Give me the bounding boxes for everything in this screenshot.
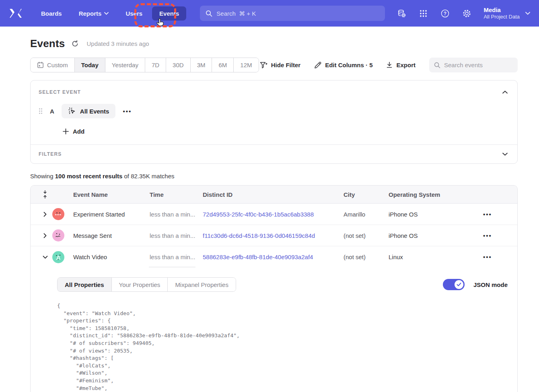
date-today-label: Today: [81, 62, 99, 68]
project-selector[interactable]: Media All Project Data: [483, 6, 530, 21]
row-more-button[interactable]: •••: [465, 254, 510, 260]
collapse-all-rows-icon[interactable]: [42, 190, 48, 199]
chevron-down-icon: [525, 12, 530, 15]
nav-item-boards[interactable]: Boards: [34, 6, 69, 21]
event-more-button[interactable]: •••: [123, 108, 132, 115]
event-avatar: [52, 208, 64, 220]
toggle-knob: [455, 280, 463, 289]
nav-users-label: Users: [125, 10, 142, 17]
title-row: Events Updated 3 minutes ago: [30, 37, 518, 50]
nav-right-controls: ? Media All Project Data: [397, 6, 530, 21]
event-name-cell[interactable]: Message Sent: [73, 232, 150, 239]
event-selector-chip[interactable]: All Events: [62, 104, 116, 118]
top-navigation: Boards Reports Users Events: [0, 0, 539, 27]
date-7d-label: 7D: [152, 62, 159, 68]
chevron-right-icon: [43, 233, 47, 238]
hide-filter-button[interactable]: Hide Filter: [260, 62, 300, 69]
tab-your-properties-label: Your Properties: [119, 281, 160, 288]
drag-handle-icon[interactable]: [39, 108, 43, 114]
tab-mixpanel-properties-label: Mixpanel Properties: [175, 281, 228, 288]
col-event-name[interactable]: Event Name: [73, 191, 150, 198]
check-icon: [457, 283, 461, 287]
help-icon[interactable]: ?: [440, 8, 450, 18]
date-range-control: Custom Today Yesterday 7D 30D 3M 6M 12M: [30, 58, 259, 72]
city-cell: Amarillo: [344, 211, 389, 218]
nav-item-reports[interactable]: Reports: [72, 6, 116, 21]
mixpanel-logo[interactable]: [9, 7, 23, 19]
search-events-box[interactable]: [429, 58, 518, 72]
filters-header: FILTERS: [31, 145, 517, 163]
os-cell: Linux: [389, 254, 465, 260]
doodle-face-icon: [54, 231, 63, 240]
search-icon: [206, 10, 212, 17]
chevron-down-icon: [43, 256, 48, 259]
hide-filter-label: Hide Filter: [271, 62, 300, 68]
calendar-icon: [37, 62, 44, 68]
row-more-button[interactable]: •••: [465, 211, 510, 218]
collapse-row-button[interactable]: [43, 256, 48, 259]
date-7d[interactable]: 7D: [145, 58, 166, 72]
event-row: A All Events •••: [39, 104, 509, 118]
col-city[interactable]: City: [344, 191, 389, 198]
updated-status: Updated 3 minutes ago: [86, 40, 149, 47]
global-search-input[interactable]: [216, 10, 379, 17]
date-30d[interactable]: 30D: [166, 58, 191, 72]
date-12m-label: 12M: [240, 62, 252, 68]
time-cell: less than a min...: [150, 254, 203, 260]
event-json-viewer[interactable]: { "event": "Watch Video", "properties": …: [57, 302, 508, 392]
add-event-button[interactable]: Add: [63, 128, 509, 135]
tab-mixpanel-properties[interactable]: Mixpanel Properties: [168, 278, 236, 291]
event-name-cell[interactable]: Watch Video: [73, 254, 150, 260]
refresh-icon[interactable]: [71, 39, 80, 48]
row-more-button[interactable]: •••: [465, 232, 510, 239]
os-cell: iPhone OS: [389, 211, 465, 218]
doodle-face-icon: [54, 210, 63, 219]
tab-all-properties-label: All Properties: [65, 281, 104, 288]
date-3m[interactable]: 3M: [191, 58, 212, 72]
settings-gear-icon[interactable]: [462, 8, 471, 18]
event-detail-panel: All Properties Your Properties Mixpanel …: [31, 268, 517, 392]
collapse-section-button[interactable]: [500, 88, 509, 97]
col-distinct-id[interactable]: Distinct ID: [203, 191, 344, 198]
tab-all-properties[interactable]: All Properties: [58, 278, 112, 291]
date-6m-label: 6M: [218, 62, 227, 68]
nav-item-users[interactable]: Users: [118, 6, 150, 21]
os-cell: iPhone OS: [389, 232, 465, 239]
data-management-icon[interactable]: [397, 8, 406, 18]
date-6m[interactable]: 6M: [212, 58, 234, 72]
expand-row-button[interactable]: [43, 212, 47, 217]
expand-row-button[interactable]: [43, 233, 47, 238]
tab-your-properties[interactable]: Your Properties: [112, 278, 168, 291]
project-name: Media: [483, 6, 520, 14]
select-event-body: A All Events ••• Add: [31, 104, 517, 144]
edit-columns-button[interactable]: Edit Columns · 5: [314, 62, 372, 69]
date-yesterday[interactable]: Yesterday: [105, 58, 145, 72]
distinct-id-link[interactable]: f11c30d6-dc6d-4518-9136-0d046159c84d: [203, 232, 344, 239]
date-custom[interactable]: Custom: [31, 58, 75, 72]
json-mode-toggle[interactable]: [443, 279, 465, 290]
pencil-icon: [314, 62, 321, 69]
distinct-id-link[interactable]: 72d49553-25fc-4f0c-b436-1b5ac6ab3388: [203, 211, 344, 218]
apps-grid-icon[interactable]: [418, 8, 428, 18]
expand-filters-button[interactable]: [500, 150, 509, 159]
table-header-row: Event Name Time Distinct ID City Operati…: [31, 186, 517, 204]
date-30d-label: 30D: [173, 62, 184, 68]
summary-suffix: of 82.35K matches: [124, 173, 174, 179]
col-time[interactable]: Time: [150, 191, 203, 198]
chevron-right-icon: [43, 212, 47, 217]
doodle-face-icon: [54, 253, 63, 262]
date-today[interactable]: Today: [75, 58, 105, 72]
date-yesterday-label: Yesterday: [112, 62, 138, 68]
search-events-input[interactable]: [444, 62, 513, 68]
distinct-id-link[interactable]: 5886283e-e9fb-48fb-81de-40e9093a2af4: [203, 254, 344, 260]
toolbar: Hide Filter Edit Columns · 5 Export: [260, 58, 518, 72]
event-name-cell[interactable]: Experiment Started: [73, 211, 150, 218]
city-cell: (not set): [344, 254, 389, 260]
nav-item-events[interactable]: Events: [152, 6, 186, 21]
col-os[interactable]: Operating System: [389, 191, 465, 198]
date-12m[interactable]: 12M: [234, 58, 258, 72]
plus-icon: [63, 128, 69, 134]
chevron-down-icon: [104, 12, 109, 15]
global-search[interactable]: [200, 6, 385, 21]
export-button[interactable]: Export: [386, 62, 416, 68]
